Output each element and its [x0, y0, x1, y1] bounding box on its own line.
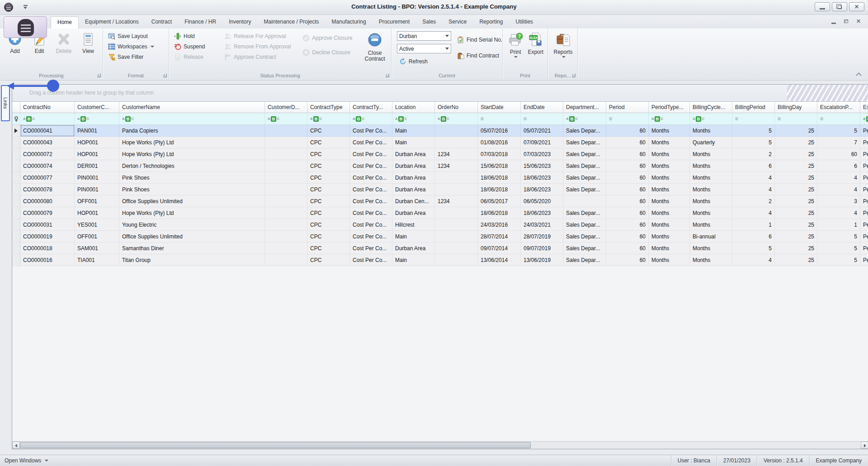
cell[interactable]: Pe [860, 219, 868, 231]
find-contract-button[interactable]: Find Contract [455, 51, 505, 60]
column-header[interactable]: PeriodType... [649, 102, 690, 113]
ribbon-collapse-icon[interactable] [856, 72, 861, 76]
cell[interactable]: Pe [860, 137, 868, 148]
filter-cell[interactable]: = [521, 113, 563, 124]
cell[interactable]: 15/06/2018 [478, 160, 521, 172]
cell[interactable]: 25 [775, 172, 817, 184]
tab-inventory[interactable]: Inventory [222, 15, 257, 29]
cell[interactable]: 2 [732, 148, 775, 160]
cell[interactable]: CPC [307, 207, 350, 219]
cell[interactable]: 13/06/2019 [521, 254, 563, 266]
row-indicator[interactable] [12, 137, 20, 148]
cell[interactable]: CO0000016 [20, 254, 75, 266]
cell[interactable]: 18/06/2018 [478, 207, 521, 219]
filter-cell[interactable]: ABC [75, 113, 119, 124]
tab-sales[interactable]: Sales [416, 15, 442, 29]
save-filter-button[interactable]: Save Filter [106, 52, 167, 62]
cell[interactable]: Months [649, 207, 690, 219]
cell[interactable]: 60 [606, 207, 649, 219]
cell[interactable]: Cost Per Co... [350, 207, 392, 219]
cell[interactable]: Months [649, 137, 690, 148]
cell[interactable]: 18/06/2018 [478, 172, 521, 184]
column-header[interactable]: ContractTy... [350, 102, 392, 113]
cell[interactable]: HOP001 [75, 148, 119, 160]
cell[interactable]: 4 [817, 184, 860, 195]
cell[interactable]: 1234 [435, 148, 478, 160]
filter-cell[interactable]: = [732, 113, 775, 124]
refresh-button[interactable]: Refresh [397, 57, 451, 66]
filter-cell[interactable]: ABC [392, 113, 435, 124]
cell[interactable]: Sales Depar... [563, 219, 606, 231]
cell[interactable] [435, 125, 478, 137]
cell[interactable]: Cost Per Co... [350, 231, 392, 243]
cell[interactable] [265, 148, 307, 160]
cell[interactable]: 5 [732, 125, 775, 137]
cell[interactable]: Main [392, 125, 435, 137]
mdi-minimize-button[interactable] [831, 19, 836, 24]
cell[interactable] [265, 137, 307, 148]
links-side-tab[interactable]: Links [1, 85, 10, 121]
tab-reporting[interactable]: Reporting [473, 15, 509, 29]
tab-equipment-locations[interactable]: Equipment / Locations [79, 15, 145, 29]
cell[interactable] [435, 243, 478, 254]
cell[interactable] [265, 231, 307, 243]
cell[interactable]: HOP001 [75, 207, 119, 219]
column-header[interactable]: Period [606, 102, 649, 113]
cell[interactable]: 4 [732, 254, 775, 266]
cell[interactable] [435, 254, 478, 266]
cell[interactable] [435, 137, 478, 148]
cell[interactable]: 24/03/2021 [521, 219, 563, 231]
cell[interactable]: 60 [606, 172, 649, 184]
tab-manufacturing[interactable]: Manufacturing [326, 15, 373, 29]
cell[interactable]: 25 [775, 219, 817, 231]
row-indicator[interactable] [12, 207, 20, 219]
cell[interactable]: Quarterly [690, 137, 732, 148]
cell[interactable]: Sales Depar... [563, 243, 606, 254]
cell[interactable]: Cost Per Co... [350, 125, 392, 137]
workspaces-button[interactable]: Workspaces [106, 42, 167, 51]
reports-button[interactable]: Reports [551, 31, 576, 69]
cell[interactable]: Hope Works (Pty) Ltd [119, 148, 265, 160]
cell[interactable]: Months [649, 254, 690, 266]
cell[interactable]: Durban Area [392, 172, 435, 184]
cell[interactable]: 6 [732, 160, 775, 172]
cell[interactable]: OFF001 [75, 195, 119, 207]
cell[interactable] [265, 125, 307, 137]
cell[interactable]: Office Supplies Unlimited [119, 231, 265, 243]
filter-cell[interactable]: ABC [435, 113, 478, 124]
site-select[interactable]: Durban [397, 31, 451, 41]
cell[interactable]: CO0000043 [20, 137, 75, 148]
cell[interactable]: Sales Depar... [563, 137, 606, 148]
cell[interactable]: 4 [732, 184, 775, 195]
table-row[interactable]: CO0000043HOP001Hope Works (Pty) LtdCPCCo… [12, 137, 868, 148]
cell[interactable]: 06/05/2017 [478, 195, 521, 207]
filter-cell[interactable]: ABC [350, 113, 392, 124]
cell[interactable]: Pink Shoes [119, 184, 265, 195]
cell[interactable]: 3 [817, 195, 860, 207]
format-dialog-launcher-icon[interactable] [163, 74, 167, 77]
column-header[interactable]: Location [392, 102, 435, 113]
tab-home[interactable]: Home [51, 16, 79, 29]
cell[interactable]: Sales Depar... [563, 148, 606, 160]
cell[interactable]: 60 [606, 254, 649, 266]
cell[interactable]: CPC [307, 160, 350, 172]
cell[interactable]: CPC [307, 195, 350, 207]
column-header[interactable]: CustomerName [119, 102, 265, 113]
cell[interactable]: Pe [860, 243, 868, 254]
cell[interactable]: 25 [775, 195, 817, 207]
cell[interactable]: 25 [775, 243, 817, 254]
column-header[interactable]: EscalationP... [817, 102, 860, 113]
cell[interactable]: Months [690, 172, 732, 184]
filter-cell[interactable]: ABC [265, 113, 307, 124]
cell[interactable]: CO0000077 [20, 172, 75, 184]
table-row[interactable]: CO0000031YES001Young ElectricCPCCost Per… [12, 219, 868, 231]
cell[interactable]: Bi-annual [690, 231, 732, 243]
cell[interactable]: Months [649, 195, 690, 207]
cell[interactable]: 60 [606, 137, 649, 148]
cell[interactable] [265, 160, 307, 172]
cell[interactable]: CPC [307, 184, 350, 195]
cell[interactable]: Durban Area [392, 148, 435, 160]
cell[interactable]: CPC [307, 254, 350, 266]
cell[interactable]: 6 [732, 231, 775, 243]
cell[interactable]: Sales Depar... [563, 172, 606, 184]
